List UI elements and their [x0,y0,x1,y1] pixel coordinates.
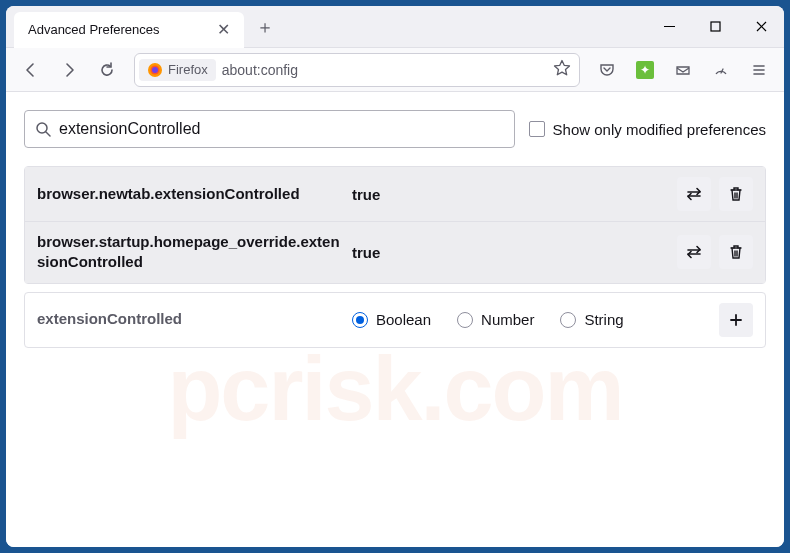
search-input[interactable] [59,120,504,138]
navigation-toolbar: Firefox about:config ✦ [6,48,784,92]
radio-label: Number [481,311,534,328]
search-icon [35,121,51,137]
row-actions [677,177,753,211]
type-selector: Boolean Number String [352,311,709,328]
toggle-button[interactable] [677,235,711,269]
preferences-table: browser.newtab.extensionControlled true … [24,166,766,284]
delete-button[interactable] [719,235,753,269]
back-button[interactable] [14,53,48,87]
app-menu-button[interactable] [742,53,776,87]
identity-box[interactable]: Firefox [139,59,216,81]
reload-button[interactable] [90,53,124,87]
titlebar: Advanced Preferences ✕ ＋ [6,6,784,48]
url-text: about:config [222,62,547,78]
row-actions [677,235,753,269]
svg-point-6 [152,67,158,73]
pref-row[interactable]: extensionControlled Boolean Number Strin… [25,293,765,347]
radio-label: String [584,311,623,328]
search-box[interactable] [24,110,515,148]
svg-rect-1 [711,22,720,31]
radio-icon [457,312,473,328]
new-pref-row: extensionControlled Boolean Number Strin… [24,292,766,348]
type-string-radio[interactable]: String [560,311,623,328]
tab-title: Advanced Preferences [28,22,160,37]
pocket-button[interactable] [590,53,624,87]
show-modified-checkbox[interactable]: Show only modified preferences [529,121,766,138]
browser-window: Advanced Preferences ✕ ＋ [6,6,784,547]
close-tab-button[interactable]: ✕ [213,18,234,41]
checkbox-label: Show only modified preferences [553,121,766,138]
pref-row[interactable]: browser.newtab.extensionControlled true [25,167,765,222]
svg-marker-7 [555,61,570,75]
checkbox-icon [529,121,545,137]
radio-icon [352,312,368,328]
radio-icon [560,312,576,328]
delete-button[interactable] [719,177,753,211]
type-number-radio[interactable]: Number [457,311,534,328]
svg-line-8 [721,69,723,73]
row-actions [719,303,753,337]
mail-button[interactable] [666,53,700,87]
window-controls [646,6,784,48]
maximize-button[interactable] [692,6,738,48]
pref-row[interactable]: browser.startup.homepage_override.extens… [25,222,765,283]
pref-name: browser.startup.homepage_override.extens… [37,232,342,273]
url-bar[interactable]: Firefox about:config [134,53,580,87]
radio-label: Boolean [376,311,431,328]
type-boolean-radio[interactable]: Boolean [352,311,431,328]
svg-line-13 [46,132,50,136]
pref-value: true [352,244,667,261]
pref-value: true [352,186,667,203]
close-window-button[interactable] [738,6,784,48]
speed-button[interactable] [704,53,738,87]
add-button[interactable] [719,303,753,337]
toggle-button[interactable] [677,177,711,211]
pref-name: browser.newtab.extensionControlled [37,184,342,204]
about-config-content: pcrisk.com Show only modified preference… [6,92,784,547]
new-pref-name: extensionControlled [37,309,342,329]
extension-green-icon: ✦ [636,61,654,79]
browser-tab[interactable]: Advanced Preferences ✕ [14,12,244,48]
new-tab-button[interactable]: ＋ [248,10,282,44]
forward-button[interactable] [52,53,86,87]
bookmark-star-button[interactable] [553,59,571,80]
extension-button[interactable]: ✦ [628,53,662,87]
identity-label: Firefox [168,62,208,77]
minimize-button[interactable] [646,6,692,48]
search-row: Show only modified preferences [24,110,766,148]
firefox-icon [147,62,163,78]
